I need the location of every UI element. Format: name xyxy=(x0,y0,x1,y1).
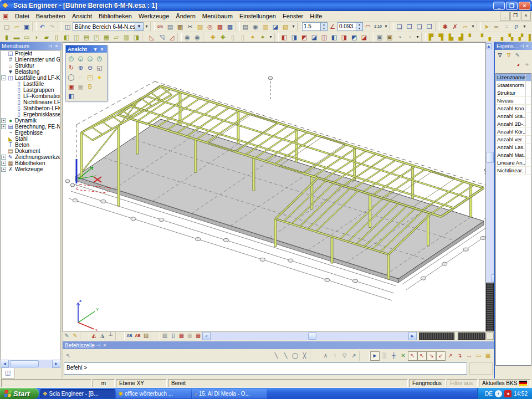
layers-icon[interactable]: ▤ xyxy=(165,22,175,31)
zoom-in-icon[interactable]: ⊕ xyxy=(76,63,85,72)
wireframe-icon[interactable]: ✎ xyxy=(63,332,71,340)
spinner-arrows[interactable]: ▲▼ xyxy=(320,23,327,30)
shell-icon[interactable]: ◨ xyxy=(131,33,141,42)
table-icon-2[interactable]: ▦ xyxy=(225,22,235,31)
scroll-right-icon[interactable]: ► xyxy=(52,360,60,368)
ansicht-header[interactable]: Ansicht ▾ × xyxy=(66,45,107,53)
send-folder-icon[interactable]: ▱ xyxy=(460,22,470,31)
menu-hilfe[interactable]: Hilfe xyxy=(306,12,325,21)
pie-icon[interactable]: ◕ xyxy=(514,60,523,69)
render-window-icon[interactable]: ▣ xyxy=(66,81,76,91)
menu-werkzeuge[interactable]: Werkzeuge xyxy=(135,12,172,21)
actions-icon[interactable]: ✦ xyxy=(523,60,531,69)
loadcase-icon-4[interactable]: ◪ xyxy=(309,33,319,42)
filter-icon-2[interactable]: ∇ xyxy=(504,51,513,59)
tree-expander[interactable]: + xyxy=(1,118,6,123)
view-side-icon[interactable]: ◶ xyxy=(85,53,95,63)
copy-icon-2[interactable]: ▯ xyxy=(238,33,248,42)
minimize-button[interactable]: _ xyxy=(493,2,505,10)
visibility-icon-2[interactable]: ◉ xyxy=(192,33,202,42)
opening-icon[interactable]: ▯ xyxy=(52,33,62,42)
undo-icon[interactable]: ↶ xyxy=(37,22,47,31)
view-axo-icon[interactable]: ◷ xyxy=(95,53,104,63)
project-panel-icon[interactable]: ◫ xyxy=(63,22,73,31)
display-loads-icon[interactable]: ◮ xyxy=(98,332,106,340)
snap-toggle-icon-2[interactable]: ↖ xyxy=(417,351,427,361)
protractor-icon[interactable]: ◠ xyxy=(363,22,373,31)
named-view-icon[interactable]: B xyxy=(85,81,95,91)
snap-toggle-icon-6[interactable]: ↴ xyxy=(455,351,464,361)
view-setting-icon-11[interactable]: ▌ xyxy=(526,33,532,42)
scroll-thumb[interactable] xyxy=(308,332,316,340)
task-media[interactable]: ♪ 15. Al Di Meola - O... xyxy=(192,389,267,398)
haunch-icon[interactable]: ◗ xyxy=(32,33,42,42)
status-unit[interactable]: m xyxy=(93,379,115,387)
rotate-view-icon[interactable]: ↻ xyxy=(66,63,76,72)
menu-aendern[interactable]: Ändern xyxy=(172,12,198,21)
close-icon[interactable]: × xyxy=(99,47,105,52)
step-spinner[interactable]: 0.093... ▲▼ xyxy=(337,22,363,31)
console-icon[interactable]: ◧ xyxy=(62,33,71,42)
select-property-icon[interactable]: ◹ xyxy=(157,33,167,42)
tree-expander[interactable]: + xyxy=(1,161,6,166)
tree-stahl[interactable]: ◣ Stahl xyxy=(1,136,60,142)
add-layer-icon[interactable]: ✚ xyxy=(208,33,218,42)
property-value[interactable] xyxy=(525,112,531,120)
menu-ansicht[interactable]: Ansicht xyxy=(69,12,95,21)
snap-half-icon[interactable]: ╲ xyxy=(272,351,281,361)
tree-hscrollbar[interactable]: ◄ ► xyxy=(1,360,60,368)
edit-pencil-icon[interactable]: ✎ xyxy=(513,51,522,59)
menu-bibliotheken[interactable]: Bibliotheken xyxy=(95,12,135,21)
loadcase-icon-9[interactable]: ◪ xyxy=(359,33,369,42)
drawing-canvas[interactable]: 5000 z Y x Ansicht ▾ × ◴◵◶◷↻⊕⊖◱◯◌◰●▣▣B◧ xyxy=(63,42,486,331)
view-front-icon[interactable]: ◵ xyxy=(76,53,85,63)
menu-datei[interactable]: Datei xyxy=(12,12,33,21)
beam-icon[interactable]: ▬ xyxy=(12,33,22,42)
prop-row[interactable]: Anzahl Kno... xyxy=(496,105,531,112)
spinner-arrows[interactable]: ▲▼ xyxy=(356,23,362,30)
tree-projekt[interactable]: ◲ Projekt xyxy=(1,50,60,57)
gallery-icon[interactable]: ▩ xyxy=(175,22,185,31)
close-button[interactable]: × xyxy=(519,2,530,10)
tree-ergebnisklassen[interactable]: ▯ Ergebnisklasse xyxy=(1,111,60,117)
activity-icon-2[interactable]: ✦ xyxy=(258,33,268,42)
snap-node-icon[interactable]: ↑ xyxy=(330,351,340,361)
print-preview-icon[interactable]: ◉ xyxy=(250,22,260,31)
scale-dropdown[interactable]: ▾ xyxy=(383,22,389,31)
zoom-window-icon[interactable]: ◱ xyxy=(95,63,104,72)
status-snap-mode[interactable]: Fangmodus xyxy=(409,379,446,387)
help-dropdown[interactable]: ▾ xyxy=(521,22,528,31)
pointer-icon[interactable]: ↖ xyxy=(64,351,73,361)
window-split-v-icon[interactable]: ❑ xyxy=(415,22,424,31)
visibility-icon-1[interactable]: ◉ xyxy=(182,33,192,42)
property-value[interactable] xyxy=(525,167,531,174)
tree-zeichnungswerkzeuge[interactable]: + ✎ Zeichnungswerkze xyxy=(1,154,60,160)
command-input[interactable]: Befehl > xyxy=(64,362,467,375)
property-value[interactable] xyxy=(525,74,531,81)
scroll-left-icon[interactable]: < xyxy=(202,332,211,340)
save-icon[interactable]: ▣ xyxy=(22,22,32,31)
prop-row[interactable]: Anzahl ver... xyxy=(496,136,531,144)
tree-struktur[interactable]: ⌂ Struktur xyxy=(1,63,60,69)
tree-werkzeuge[interactable]: + ✗ Werkzeuge xyxy=(1,166,60,172)
model-3d-view[interactable]: 5000 z Y x xyxy=(63,43,485,331)
scale-icon[interactable]: 1:10 xyxy=(373,22,383,31)
status-bks[interactable]: Aktuelles BKS xyxy=(479,379,531,387)
template-icon[interactable]: ▧ xyxy=(280,22,290,31)
calculation-icon[interactable]: ✱ xyxy=(440,22,450,31)
wall-icon[interactable]: ▥ xyxy=(121,33,131,42)
status-filter[interactable]: Filter aus xyxy=(447,379,478,387)
grid-member-icon[interactable]: ▦ xyxy=(101,33,111,42)
purlin-icon[interactable]: ▤ xyxy=(81,33,91,42)
light-icon[interactable]: ● xyxy=(95,72,104,81)
window-new-icon[interactable]: ❏ xyxy=(395,22,405,31)
scroll-right-icon[interactable]: ► xyxy=(408,332,417,340)
property-value[interactable] xyxy=(525,159,531,166)
menubaum-tab[interactable]: ◫ xyxy=(1,368,14,378)
frame-icon[interactable]: ◰ xyxy=(91,33,101,42)
tree-ergebnisse[interactable]: ~ Ergebnisse xyxy=(1,130,60,136)
label-dimension-icon[interactable]: AB xyxy=(134,332,142,340)
search-icon[interactable]: ∞ xyxy=(492,22,502,31)
ortho-icon[interactable]: ✕ xyxy=(398,351,408,361)
prop-row[interactable]: Staatsnorm xyxy=(496,81,531,89)
